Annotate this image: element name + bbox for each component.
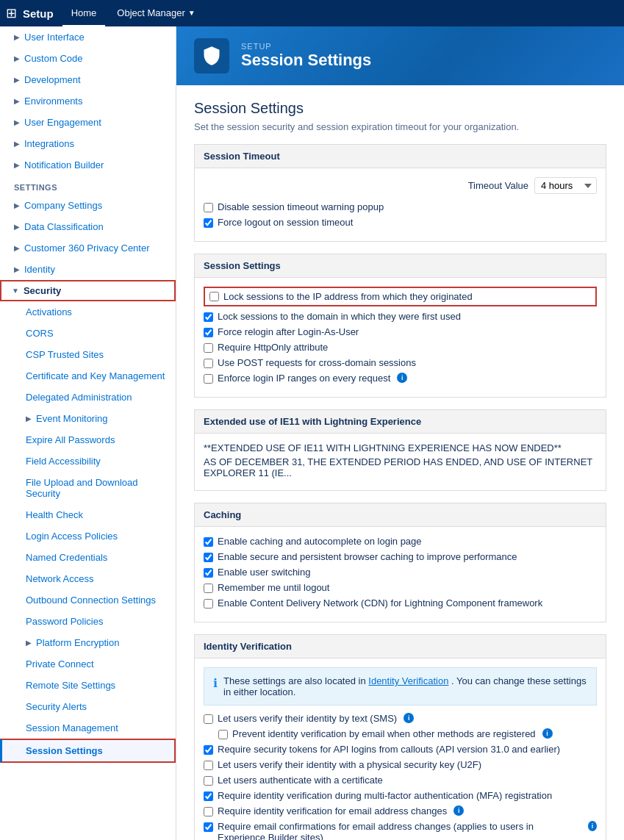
mfa-registration-checkbox[interactable]	[204, 791, 213, 801]
chevron-right-icon: ▶	[26, 414, 32, 423]
chevron-right-icon: ▶	[14, 201, 20, 209]
lock-ip-checkbox[interactable]	[209, 292, 219, 301]
physical-security-key-label[interactable]: Let users verify their identity with a p…	[218, 759, 481, 770]
prevent-email-verification-label[interactable]: Prevent identity verification by email w…	[232, 728, 536, 739]
sidebar-item-login-access-policies[interactable]: Login Access Policies	[0, 525, 176, 547]
force-relogin-label[interactable]: Force relogin after Login-As-User	[218, 326, 359, 337]
enable-caching-checkbox[interactable]	[204, 537, 213, 547]
sidebar-item-customer360[interactable]: ▶ Customer 360 Privacy Center	[0, 237, 176, 259]
remember-me-checkbox[interactable]	[204, 584, 213, 593]
sidebar-item-session-settings[interactable]: Session Settings	[0, 739, 176, 763]
sidebar-item-session-management[interactable]: Session Management	[0, 717, 176, 739]
sidebar-item-health-check[interactable]: Health Check	[0, 504, 176, 525]
caching-body: Enable caching and autocomplete on login…	[194, 526, 606, 622]
sidebar-item-security-alerts[interactable]: Security Alerts	[0, 696, 176, 717]
disable-timeout-warning-label[interactable]: Disable session timeout warning popup	[218, 201, 384, 212]
tab-object-manager[interactable]: Object Manager ▼	[108, 0, 204, 26]
authenticate-certificate-label[interactable]: Let users authenticate with a certificat…	[218, 775, 383, 786]
security-tokens-label[interactable]: Require security tokens for API logins f…	[218, 744, 560, 755]
identity-verification-link[interactable]: Identity Verification	[368, 675, 448, 686]
sidebar-item-outbound-connection[interactable]: Outbound Connection Settings	[0, 589, 176, 611]
grid-icon[interactable]: ⊞	[6, 5, 17, 21]
info-icon-enforce-ip[interactable]: i	[397, 373, 407, 383]
verify-by-text-checkbox[interactable]	[204, 714, 213, 724]
sidebar-item-environments[interactable]: ▶ Environments	[0, 90, 176, 112]
sidebar-item-network-access[interactable]: Network Access	[0, 568, 176, 589]
chevron-right-icon: ▶	[14, 223, 20, 231]
force-relogin-checkbox[interactable]	[204, 328, 213, 337]
httponly-row: Require HttpOnly attribute	[204, 342, 597, 353]
banner-page-title: Session Settings	[241, 51, 371, 70]
email-address-changes-checkbox[interactable]	[204, 807, 213, 816]
sidebar-item-development[interactable]: ▶ Development	[0, 69, 176, 90]
lock-domain-checkbox[interactable]	[204, 312, 213, 322]
sidebar-item-notification-builder[interactable]: ▶ Notification Builder	[0, 154, 176, 176]
main-content: SETUP Session Settings Session Settings …	[176, 26, 624, 840]
mfa-registration-label[interactable]: Require identity verification during mul…	[218, 790, 552, 801]
tab-home[interactable]: Home	[62, 0, 106, 26]
enable-user-switching-row: Enable user switching	[204, 567, 597, 578]
enable-caching-label[interactable]: Enable caching and autocomplete on login…	[218, 536, 422, 547]
email-confirmations-checkbox[interactable]	[204, 822, 213, 832]
sidebar-item-certificate-key-management[interactable]: Certificate and Key Management	[0, 365, 176, 387]
authenticate-certificate-checkbox[interactable]	[204, 776, 213, 786]
info-icon-prevent-email[interactable]: i	[542, 728, 553, 739]
enable-user-switching-label[interactable]: Enable user switching	[218, 567, 310, 578]
physical-security-key-checkbox[interactable]	[204, 761, 213, 770]
sidebar-item-event-monitoring[interactable]: ▶ Event Monitoring	[0, 408, 176, 429]
security-tokens-checkbox[interactable]	[204, 745, 213, 755]
verify-by-text-label[interactable]: Let users verify their identity by text …	[218, 713, 397, 724]
info-icon-email-changes[interactable]: i	[453, 805, 464, 816]
httponly-label[interactable]: Require HttpOnly attribute	[218, 342, 328, 353]
prevent-email-verification-checkbox[interactable]	[218, 730, 228, 739]
post-requests-checkbox[interactable]	[204, 359, 213, 368]
enforce-ip-label[interactable]: Enforce login IP ranges on every request	[218, 373, 390, 384]
sidebar-item-custom-code[interactable]: ▶ Custom Code	[0, 48, 176, 69]
sidebar-item-password-policies[interactable]: Password Policies	[0, 611, 176, 632]
sidebar-item-activations[interactable]: Activations	[0, 301, 176, 323]
force-logout-checkbox[interactable]	[204, 218, 213, 228]
sidebar-item-cors[interactable]: CORS	[0, 323, 176, 344]
sidebar-item-platform-encryption[interactable]: ▶ Platform Encryption	[0, 632, 176, 653]
cdn-row: Enable Content Delivery Network (CDN) fo…	[204, 597, 597, 609]
lock-ip-label[interactable]: Lock sessions to the IP address from whi…	[223, 291, 473, 302]
post-requests-label[interactable]: Use POST requests for cross-domain sessi…	[218, 357, 416, 368]
cdn-checkbox[interactable]	[204, 599, 213, 609]
persistent-browser-cache-label[interactable]: Enable secure and persistent browser cac…	[218, 551, 517, 562]
email-confirmations-label[interactable]: Require email confirmations for email ad…	[218, 821, 581, 840]
sidebar-item-identity[interactable]: ▶ Identity	[0, 259, 176, 280]
lock-domain-label[interactable]: Lock sessions to the domain in which the…	[218, 311, 461, 322]
info-icon-email-confirmations[interactable]: i	[588, 821, 597, 831]
sidebar-item-data-classification[interactable]: ▶ Data Classification	[0, 216, 176, 237]
sidebar-item-file-upload-security[interactable]: File Upload and Download Security	[0, 472, 176, 504]
sidebar-item-integrations[interactable]: ▶ Integrations	[0, 133, 176, 154]
sidebar-item-delegated-admin[interactable]: Delegated Administration	[0, 387, 176, 408]
sidebar-item-remote-site-settings[interactable]: Remote Site Settings	[0, 675, 176, 696]
identity-verification-header: Identity Verification	[194, 634, 606, 658]
httponly-checkbox[interactable]	[204, 343, 213, 353]
remember-me-label[interactable]: Remember me until logout	[218, 582, 329, 593]
lock-ip-row: Lock sessions to the IP address from whi…	[204, 287, 597, 306]
force-logout-label[interactable]: Force logout on session timeout	[218, 217, 353, 228]
sidebar-item-named-credentials[interactable]: Named Credentials	[0, 547, 176, 568]
info-icon-verify-text[interactable]: i	[404, 713, 414, 723]
sidebar-item-user-interface[interactable]: ▶ User Interface	[0, 26, 176, 48]
post-requests-row: Use POST requests for cross-domain sessi…	[204, 357, 597, 368]
email-address-changes-label[interactable]: Require identity verification for email …	[218, 805, 447, 816]
session-timeout-section: Session Timeout Timeout Value 2 hours 4 …	[194, 144, 606, 242]
sidebar-item-security[interactable]: ▼ Security	[0, 280, 176, 301]
session-timeout-body: Timeout Value 2 hours 4 hours 8 hours 12…	[194, 168, 606, 242]
sidebar-item-csp-trusted-sites[interactable]: CSP Trusted Sites	[0, 344, 176, 365]
sidebar-item-expire-passwords[interactable]: Expire All Passwords	[0, 429, 176, 450]
sidebar-item-field-accessibility[interactable]: Field Accessibility	[0, 450, 176, 472]
enable-user-switching-checkbox[interactable]	[204, 568, 213, 578]
persistent-browser-cache-checkbox[interactable]	[204, 553, 213, 562]
sidebar-item-company-settings[interactable]: ▶ Company Settings	[0, 195, 176, 216]
disable-timeout-warning-checkbox[interactable]	[204, 203, 213, 212]
sidebar-item-user-engagement[interactable]: ▶ User Engagement	[0, 112, 176, 133]
enforce-ip-checkbox[interactable]	[204, 374, 213, 384]
cdn-label[interactable]: Enable Content Delivery Network (CDN) fo…	[218, 597, 542, 609]
timeout-select[interactable]: 2 hours 4 hours 8 hours 12 hours 24 hour…	[534, 177, 597, 194]
email-address-changes-row: Require identity verification for email …	[204, 805, 597, 816]
sidebar-item-private-connect[interactable]: Private Connect	[0, 653, 176, 675]
